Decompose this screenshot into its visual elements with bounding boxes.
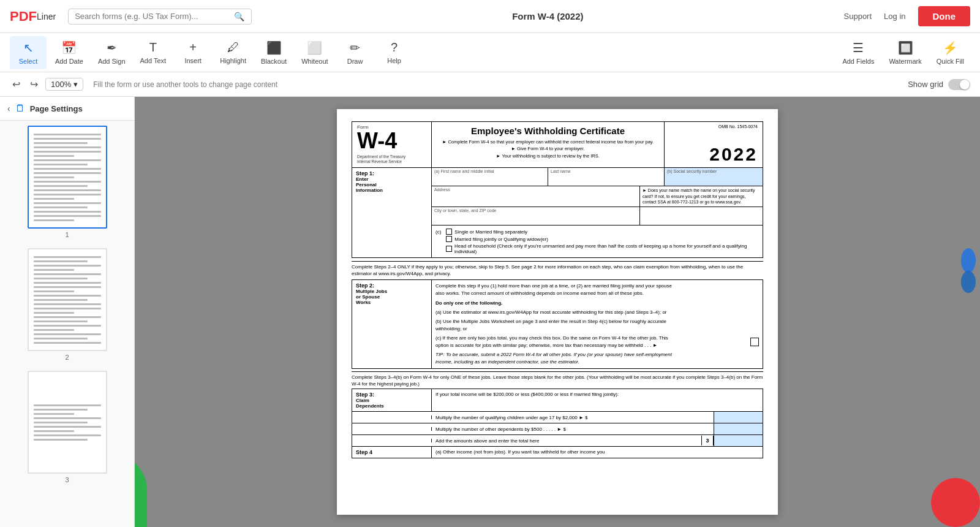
support-link[interactable]: Support bbox=[844, 12, 872, 21]
thumb-line bbox=[34, 146, 101, 148]
insert-icon: + bbox=[189, 40, 197, 55]
select-label: Select bbox=[19, 58, 38, 65]
step3-row3-input[interactable] bbox=[714, 435, 763, 446]
thumb-line bbox=[34, 333, 101, 335]
help-tool[interactable]: ? Help bbox=[376, 36, 413, 69]
blackout-tool[interactable]: ⬛ Blackout bbox=[255, 36, 293, 69]
draw-tool[interactable]: ✏ Draw bbox=[337, 36, 374, 69]
thumb-line bbox=[34, 303, 101, 305]
check2-label: Married filing jointly or Qualifying wid… bbox=[454, 237, 548, 242]
thumb-lines-1 bbox=[29, 126, 106, 229]
step2-label-cell: Step 2: Multiple Jobs or Spouse Works bbox=[352, 280, 432, 368]
thumb-line bbox=[34, 316, 101, 318]
show-grid-container: Show grid bbox=[908, 79, 970, 90]
thumb-line bbox=[34, 434, 101, 436]
thumb-line bbox=[34, 413, 74, 415]
name-row: (a) First name and middle initial Last n… bbox=[432, 168, 763, 186]
whiteout-tool[interactable]: ⬜ Whiteout bbox=[295, 36, 334, 69]
lastname-input[interactable] bbox=[551, 176, 662, 184]
add-text-tool[interactable]: T Add Text bbox=[134, 36, 173, 69]
thumb-line bbox=[34, 168, 101, 170]
watermark-tool[interactable]: 🔲 Watermark bbox=[883, 36, 927, 69]
thumb-line bbox=[34, 198, 74, 200]
thumb-line bbox=[34, 194, 101, 195]
search-icon: 🔍 bbox=[234, 12, 244, 21]
thumb-line bbox=[34, 164, 88, 165]
search-input[interactable] bbox=[75, 12, 234, 21]
highlight-tool[interactable]: 🖊 Highlight bbox=[214, 36, 252, 69]
form-center-sub: ► Complete Form W-4 so that your employe… bbox=[437, 138, 659, 159]
thumb-line bbox=[34, 325, 101, 327]
thumb-line bbox=[34, 290, 74, 292]
step2-tip: TIP: To be accurate, submit a 2022 Form … bbox=[435, 351, 759, 366]
thumb-line bbox=[34, 404, 101, 406]
thumb-line bbox=[34, 286, 101, 288]
step3-header-row: Step 3: Claim Dependents If your total i… bbox=[352, 389, 763, 412]
help-icon: ? bbox=[391, 40, 398, 55]
form-right-block: OMB No. 1545-0074 2022 bbox=[665, 122, 763, 167]
insert-tool[interactable]: + Insert bbox=[175, 36, 211, 69]
page-thumb-1[interactable]: 1 bbox=[5, 126, 129, 238]
thumb-line bbox=[34, 211, 101, 213]
undo-button[interactable]: ↩ bbox=[10, 76, 23, 93]
sidebar-title: Page Settings bbox=[30, 104, 83, 113]
thumb-lines-3 bbox=[29, 397, 106, 448]
step4-label: Step 4 bbox=[356, 449, 428, 455]
blackout-label: Blackout bbox=[261, 58, 287, 65]
ssn-input[interactable] bbox=[667, 176, 760, 184]
step3-container: Step 3: Claim Dependents If your total i… bbox=[352, 389, 763, 447]
step1-sublabel: Enter Personal Information bbox=[356, 176, 428, 193]
thumb-line bbox=[34, 422, 88, 423]
sidebar-scroll[interactable]: 1 bbox=[0, 121, 134, 527]
step3-row2-input[interactable] bbox=[714, 423, 763, 434]
step3-row2-left bbox=[352, 427, 432, 431]
thumb-line bbox=[34, 155, 74, 157]
done-button[interactable]: Done bbox=[918, 6, 971, 26]
check1-box[interactable] bbox=[446, 229, 452, 235]
add-sign-tool[interactable]: ✒ Add Sign bbox=[92, 36, 132, 69]
zoom-selector[interactable]: 100% ▾ bbox=[45, 78, 83, 91]
step3-note-text: Complete Steps 3–4(b) on Form W-4 for on… bbox=[352, 374, 763, 387]
thumb-line bbox=[34, 269, 74, 271]
step1-label: Step 1: bbox=[356, 170, 428, 176]
check2-box[interactable] bbox=[446, 236, 452, 242]
add-fields-tool[interactable]: ☰ Add Fields bbox=[836, 36, 880, 69]
step2-content: Complete this step if you (1) hold more … bbox=[432, 280, 763, 368]
zoom-value: 100% bbox=[51, 80, 71, 89]
step3-sublabel: Claim Dependents bbox=[356, 398, 428, 409]
page-thumb-3[interactable]: 3 bbox=[5, 371, 129, 483]
page-thumb-2[interactable]: 2 bbox=[5, 248, 129, 361]
toggle-knob bbox=[960, 80, 970, 89]
city-label: City or town, state, and ZIP code bbox=[434, 208, 637, 213]
quick-fill-label: Quick Fill bbox=[937, 58, 964, 65]
whiteout-label: Whiteout bbox=[301, 58, 328, 65]
form-sub1: ► Complete Form W-4 so that your employe… bbox=[437, 138, 659, 145]
lastname-cell: Last name bbox=[548, 168, 665, 186]
search-box[interactable]: 🔍 bbox=[68, 9, 252, 25]
quick-fill-tool[interactable]: ⚡ Quick Fill bbox=[930, 36, 970, 69]
show-grid-toggle[interactable] bbox=[948, 79, 970, 90]
address-input[interactable] bbox=[434, 194, 637, 203]
form-year: 2022 bbox=[709, 144, 758, 165]
city-input[interactable] bbox=[434, 215, 637, 224]
redo-button[interactable]: ↪ bbox=[28, 76, 40, 93]
sidebar-close-button[interactable]: ‹ bbox=[7, 104, 10, 113]
step3-row1-input[interactable] bbox=[714, 412, 763, 423]
pdf-area[interactable]: Form W-4 Department of the Treasury Inte… bbox=[135, 97, 980, 527]
step2-c-checkbox[interactable] bbox=[750, 338, 759, 346]
firstname-input[interactable] bbox=[434, 176, 545, 184]
add-date-tool[interactable]: 📅 Add Date bbox=[49, 36, 89, 69]
thumb-line bbox=[34, 202, 101, 204]
hint-text: Fill the form or use another tools to ch… bbox=[93, 80, 277, 89]
check3-box[interactable] bbox=[446, 246, 452, 252]
select-tool[interactable]: ↖ Select bbox=[10, 36, 47, 69]
thumb-line bbox=[34, 273, 101, 275]
thumb-line bbox=[34, 439, 88, 441]
step2-container: Step 2: Multiple Jobs or Spouse Works Co… bbox=[352, 279, 763, 369]
login-link[interactable]: Log in bbox=[884, 12, 905, 21]
ssn-label: (b) Social security number bbox=[667, 169, 760, 173]
thumb-line bbox=[34, 308, 101, 309]
step4-content: (a) Other income (not from jobs). If you… bbox=[432, 447, 763, 458]
thumb-line bbox=[34, 338, 88, 339]
thumb-line bbox=[34, 312, 74, 314]
